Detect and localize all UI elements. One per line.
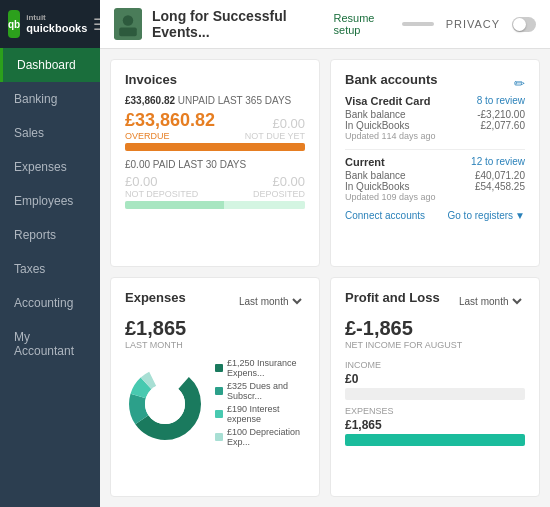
bank-account-visa-balance-row: Bank balance -£3,210.00: [345, 109, 525, 120]
sidebar-item-accounting[interactable]: Accounting: [0, 286, 100, 320]
quickbooks-logo-text: intuit quickbooks: [26, 13, 87, 36]
invoices-not-deposited-amount: £0.00: [125, 174, 198, 189]
invoices-paid-bar: [125, 201, 305, 209]
bank-account-visa-updated: Updated 114 days ago: [345, 131, 525, 141]
sidebar-nav: Dashboard Banking Sales Expenses Employe…: [0, 48, 100, 507]
expenses-donut-chart: [125, 364, 205, 444]
company-name: Long for Successful Events...: [152, 8, 324, 40]
expenses-period-select[interactable]: Last month: [235, 295, 305, 308]
go-to-registers-link[interactable]: Go to registers ▼: [448, 210, 526, 221]
expenses-period-label: LAST MONTH: [125, 340, 305, 350]
bank-account-current-review[interactable]: 12 to review: [471, 156, 525, 168]
resume-setup-link[interactable]: Resume setup: [334, 12, 390, 36]
bank-account-visa-qb-row: In QuickBooks £2,077.60: [345, 120, 525, 131]
bank-account-visa-name: Visa Credit Card: [345, 95, 430, 107]
invoices-overdue-bar: [125, 143, 305, 151]
svg-point-7: [145, 384, 185, 424]
legend-item-1: £325 Dues and Subscr...: [215, 381, 305, 401]
expenses-title: Expenses: [125, 290, 186, 305]
pnl-income-row: INCOME £0: [345, 360, 525, 400]
sidebar-item-banking[interactable]: Banking: [0, 82, 100, 116]
sidebar-item-my-accountant[interactable]: My Accountant: [0, 320, 100, 368]
topbar: Long for Successful Events... Resume set…: [100, 0, 550, 49]
svg-rect-2: [119, 28, 137, 37]
invoices-unpaid-section: £33,860.82 UNPAID LAST 365 DAYS £33,860.…: [125, 95, 305, 151]
pnl-income-bar: [345, 388, 525, 400]
legend-item-3: £100 Depreciation Exp...: [215, 427, 305, 447]
connect-accounts-link[interactable]: Connect accounts: [345, 210, 425, 221]
profit-loss-card: Profit and Loss Last month £-1,865 NET I…: [330, 277, 540, 498]
dashboard-grid: Invoices £33,860.82 UNPAID LAST 365 DAYS…: [100, 49, 550, 507]
invoices-deposited-row: £0.00 NOT DEPOSITED £0.00 DEPOSITED: [125, 174, 305, 199]
invoices-overdue-row: £33,860.82 OVERDUE £0.00 NOT DUE YET: [125, 110, 305, 141]
bank-account-current: Current 12 to review Bank balance £40,07…: [345, 156, 525, 202]
pnl-expenses-label: EXPENSES: [345, 406, 525, 416]
sidebar-item-taxes[interactable]: Taxes: [0, 252, 100, 286]
bank-account-current-balance-row: Bank balance £40,071.20: [345, 170, 525, 181]
invoices-card: Invoices £33,860.82 UNPAID LAST 365 DAYS…: [110, 59, 320, 267]
bank-accounts-title: Bank accounts: [345, 72, 437, 87]
sidebar: qb intuit quickbooks ☰ Dashboard Banking…: [0, 0, 100, 507]
invoices-not-due-label: NOT DUE YET: [245, 131, 305, 141]
quickbooks-logo-icon: qb: [8, 10, 20, 38]
pnl-income-label: INCOME: [345, 360, 525, 370]
invoices-not-deposited-label: NOT DEPOSITED: [125, 189, 198, 199]
legend-dot-0: [215, 364, 223, 372]
privacy-toggle[interactable]: [512, 17, 536, 32]
svg-point-1: [123, 15, 134, 26]
bank-accounts-card: Bank accounts ✏ Visa Credit Card 8 to re…: [330, 59, 540, 267]
expenses-amount: £1,865: [125, 317, 305, 340]
pnl-subtitle: NET INCOME FOR AUGUST: [345, 340, 525, 350]
bank-accounts-header: Bank accounts ✏: [345, 72, 525, 95]
pnl-income-value: £0: [345, 372, 525, 386]
company-avatar: [114, 8, 142, 40]
invoices-overdue-amount: £33,860.82: [125, 110, 215, 131]
bank-account-current-updated: Updated 109 days ago: [345, 192, 525, 202]
bank-account-current-header: Current 12 to review: [345, 156, 525, 168]
invoices-overdue-label: OVERDUE: [125, 131, 215, 141]
sidebar-item-employees[interactable]: Employees: [0, 184, 100, 218]
pnl-expenses-bar-fill: [345, 434, 525, 446]
setup-progress-bar: [402, 22, 434, 26]
bank-account-visa: Visa Credit Card 8 to review Bank balanc…: [345, 95, 525, 141]
invoices-not-due-amount: £0.00: [245, 116, 305, 131]
sidebar-item-dashboard[interactable]: Dashboard: [0, 48, 100, 82]
invoices-deposited-label: DEPOSITED: [253, 189, 305, 199]
invoices-title: Invoices: [125, 72, 305, 87]
bank-account-current-name: Current: [345, 156, 385, 168]
sidebar-logo: qb intuit quickbooks ☰: [0, 0, 100, 48]
pnl-title: Profit and Loss: [345, 290, 440, 305]
bank-account-current-qb-row: In QuickBooks £54,458.25: [345, 181, 525, 192]
pnl-expenses-bar: [345, 434, 525, 446]
pnl-period-select[interactable]: Last month: [455, 295, 525, 308]
chevron-down-icon: ▼: [515, 210, 525, 221]
pnl-net-income: £-1,865: [345, 317, 525, 340]
legend-item-2: £190 Interest expense: [215, 404, 305, 424]
expenses-legend: £1,250 Insurance Expens... £325 Dues and…: [215, 358, 305, 450]
main-content: Long for Successful Events... Resume set…: [100, 0, 550, 507]
invoices-deposited-amount: £0.00: [253, 174, 305, 189]
sidebar-item-sales[interactable]: Sales: [0, 116, 100, 150]
legend-dot-1: [215, 387, 223, 395]
bank-account-visa-header: Visa Credit Card 8 to review: [345, 95, 525, 107]
bank-separator: [345, 149, 525, 150]
expenses-card: Expenses Last month £1,865 LAST MONTH: [110, 277, 320, 498]
invoices-unpaid-meta: £33,860.82 UNPAID LAST 365 DAYS: [125, 95, 305, 106]
legend-dot-2: [215, 410, 223, 418]
legend-item-0: £1,250 Insurance Expens...: [215, 358, 305, 378]
privacy-label: PRIVACY: [446, 18, 500, 30]
bank-edit-icon[interactable]: ✏: [514, 76, 525, 91]
pnl-header: Profit and Loss Last month: [345, 290, 525, 313]
bank-footer: Connect accounts Go to registers ▼: [345, 210, 525, 221]
expenses-header: Expenses Last month: [125, 290, 305, 313]
invoices-bar-not-deposited: [125, 201, 224, 209]
bank-account-visa-review[interactable]: 8 to review: [477, 95, 525, 107]
toggle-knob: [513, 18, 526, 31]
sidebar-item-reports[interactable]: Reports: [0, 218, 100, 252]
expenses-body: £1,250 Insurance Expens... £325 Dues and…: [125, 358, 305, 450]
sidebar-item-expenses[interactable]: Expenses: [0, 150, 100, 184]
invoices-paid-section: £0.00 PAID LAST 30 DAYS £0.00 NOT DEPOSI…: [125, 159, 305, 209]
pnl-expenses-value: £1,865: [345, 418, 525, 432]
invoices-bar-deposited: [224, 201, 305, 209]
pnl-expenses-row: EXPENSES £1,865: [345, 406, 525, 446]
